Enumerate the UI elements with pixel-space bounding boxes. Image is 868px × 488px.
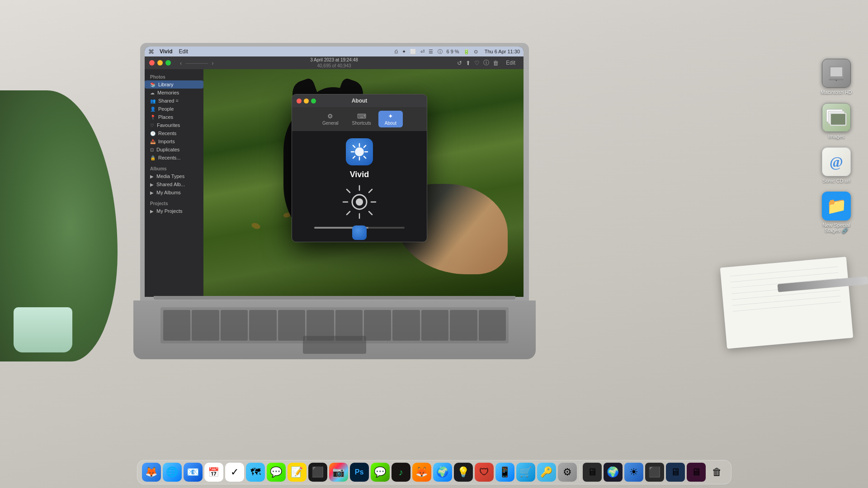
sidebar-item-places[interactable]: 📍 Places	[145, 113, 203, 121]
dock-app5[interactable]: 📱	[495, 463, 514, 482]
photos-window: ‹ ————— › 3 April 2023 at 19:24:48 40,69…	[145, 56, 524, 297]
sidebar-item-my-projects[interactable]: ▶ My Projects	[145, 207, 203, 215]
images-icon	[822, 103, 851, 132]
sidebar-item-recents[interactable]: 🕐 Recents	[145, 129, 203, 137]
desktop-icon-images[interactable]: Images	[822, 103, 851, 139]
my-albums-icon: ▶	[150, 190, 154, 195]
share-icon[interactable]: ⬆	[466, 60, 471, 66]
dock-container: 🦊 🌐 📧 📅 ✓ 🗺 💬 📝 ⬛ 📷 Ps 💬 ♪ 🦊 🌍 💡 🛡 📱 🛒 🔑…	[137, 460, 731, 484]
photos-toolbar-right: ↺ ⬆ ♡ ⓘ 🗑 Edit	[457, 59, 519, 67]
sidebar-item-people[interactable]: 👤 People	[145, 105, 203, 113]
dock-app2[interactable]: 🌍	[433, 463, 452, 482]
people-icon: 👤	[150, 107, 156, 112]
notebook-decoration	[720, 257, 854, 349]
menubar-vivid[interactable]: Vivid	[160, 48, 172, 55]
edit-button[interactable]: Edit	[502, 59, 519, 67]
sidebar-item-shared[interactable]: 👥 Shared =	[145, 97, 203, 105]
dock-monitor-1[interactable]: 🖥	[583, 463, 602, 482]
close-button[interactable]	[149, 60, 155, 66]
dock-notes[interactable]: 📝	[288, 463, 307, 482]
heart-icon[interactable]: ♡	[474, 60, 480, 66]
dock-maps[interactable]: 🗺	[246, 463, 265, 482]
dock-dark-app[interactable]: ⬛	[308, 463, 327, 482]
svg-point-10	[356, 198, 363, 206]
sidebar-label-people: People	[158, 106, 174, 112]
dock-safari[interactable]: 🌐	[163, 463, 182, 482]
shared-icon: 👥	[150, 99, 156, 103]
dock-app9[interactable]: 🖥	[687, 463, 706, 482]
sun-display	[341, 184, 377, 220]
photo-count: 40,695 of 40,943	[310, 63, 358, 69]
dock-calendar[interactable]: 📅	[204, 463, 223, 482]
tab-shortcuts[interactable]: ⌨ Shortcuts	[346, 111, 377, 127]
menubar-edit[interactable]: Edit	[179, 48, 188, 55]
dock-mail[interactable]: 📧	[184, 463, 203, 482]
minimize-button[interactable]	[157, 60, 163, 66]
sidebar-item-memories[interactable]: ☁ Memories	[145, 89, 203, 97]
sidebar-item-favourites[interactable]: ♡ Favourites	[145, 121, 203, 129]
sidebar-item-my-albums[interactable]: ▶ My Albums	[145, 188, 203, 197]
sidebar-section-projects: Projects	[145, 199, 203, 207]
sidebar-label-imports: Imports	[158, 139, 175, 144]
tab-general[interactable]: ⚙ General	[316, 111, 345, 127]
about-maximize[interactable]	[311, 99, 316, 103]
sidebar-label-recently-deleted: Recents...	[158, 155, 181, 160]
dock-trash[interactable]: 🗑	[708, 463, 726, 482]
sidebar: Photos 📚 Library ☁ Memories 👥 Shared = 👤…	[145, 69, 203, 297]
menubar-icons: ⎙ ✦ ⬜ ⏎ ☰ ⓘ 69% 🔋 ⊙	[395, 48, 479, 55]
dock-photos[interactable]: 📷	[329, 463, 348, 482]
dock-spotify[interactable]: ♪	[392, 463, 410, 482]
desktop-icon-sonic-cd[interactable]: @ Sonic CD.url	[822, 147, 851, 183]
trackpad[interactable]	[303, 336, 366, 354]
sidebar-item-library[interactable]: 📚 Library	[145, 80, 203, 89]
dock-app3[interactable]: 💡	[454, 463, 473, 482]
sidebar-item-duplicates[interactable]: ⊡ Duplicates	[145, 145, 203, 154]
sidebar-item-recently-deleted[interactable]: 🔒 Recents...	[145, 154, 203, 162]
info-icon[interactable]: ⓘ	[483, 59, 489, 67]
dock-vivid[interactable]: ☀	[624, 463, 643, 482]
sidebar-item-imports[interactable]: 📥 Imports	[145, 137, 203, 145]
dock-finder[interactable]: 🦊	[142, 463, 161, 482]
new-special-stages-label: New Special Stages 🔗	[818, 222, 854, 234]
maximize-button[interactable]	[165, 60, 171, 66]
dock-app6[interactable]: 🔑	[537, 463, 556, 482]
nav-back[interactable]: ‹	[180, 60, 182, 66]
apple-menu[interactable]: ⌘	[148, 48, 154, 55]
sidebar-label-places: Places	[158, 114, 173, 120]
keyboard-area	[133, 300, 536, 359]
delete-icon[interactable]: 🗑	[493, 60, 499, 66]
about-minimize[interactable]	[304, 99, 309, 103]
dock-app1[interactable]: 🦊	[412, 463, 431, 482]
plant-pot	[14, 307, 72, 352]
dock-app8[interactable]: 🖥	[666, 463, 685, 482]
nav-forward[interactable]: ›	[212, 60, 213, 66]
sonic-cd-icon: @	[822, 147, 851, 176]
desktop-icon-macintosh-hd[interactable]: Macintosh HD	[821, 59, 852, 95]
photos-nav: ‹ ————— ›	[180, 60, 214, 66]
sidebar-label-favourites: Favourites	[157, 122, 180, 128]
sidebar-label-media-types: Media Types	[156, 174, 184, 179]
sidebar-item-shared-albums[interactable]: ▶ Shared Alb...	[145, 180, 203, 188]
sidebar-item-media-types[interactable]: ▶ Media Types	[145, 172, 203, 180]
about-footer	[292, 236, 427, 242]
photo-date: 3 April 2023 at 19:24:48	[310, 57, 358, 63]
shared-albums-icon: ▶	[150, 182, 154, 187]
general-icon: ⚙	[327, 113, 333, 120]
dock: 🦊 🌐 📧 📅 ✓ 🗺 💬 📝 ⬛ 📷 Ps 💬 ♪ 🦊 🌍 💡 🛡 📱 🛒 🔑…	[99, 460, 769, 484]
dock-photoshop[interactable]: Ps	[350, 463, 369, 482]
dock-app-store[interactable]: 🛒	[516, 463, 535, 482]
about-close[interactable]	[297, 99, 302, 103]
dock-app4[interactable]: 🛡	[475, 463, 494, 482]
dock-settings[interactable]: ⚙	[558, 463, 577, 482]
dock-messages[interactable]: 💬	[267, 463, 286, 482]
rotate-icon[interactable]: ↺	[457, 60, 462, 66]
dock-app7[interactable]: ⬛	[645, 463, 664, 482]
tab-about[interactable]: ✦ About	[378, 111, 403, 127]
dock-monitor-2[interactable]: 🌍	[604, 463, 623, 482]
svg-line-16	[369, 211, 372, 215]
desktop-icon-new-special-stages[interactable]: 📁 New Special Stages 🔗	[818, 192, 854, 234]
tab-general-label: General	[322, 121, 339, 126]
dock-facetime[interactable]: 💬	[371, 463, 390, 482]
traffic-lights	[149, 60, 171, 66]
dock-reminders[interactable]: ✓	[225, 463, 244, 482]
